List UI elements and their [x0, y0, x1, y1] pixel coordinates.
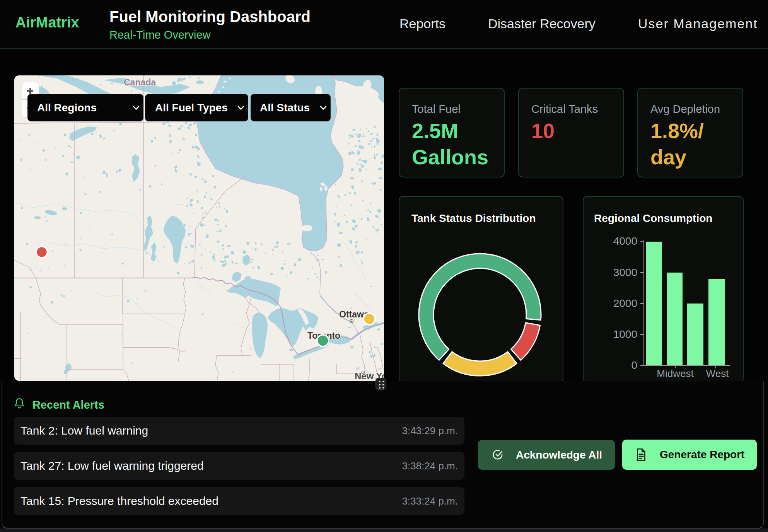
- svg-text:Canada: Canada: [124, 77, 156, 87]
